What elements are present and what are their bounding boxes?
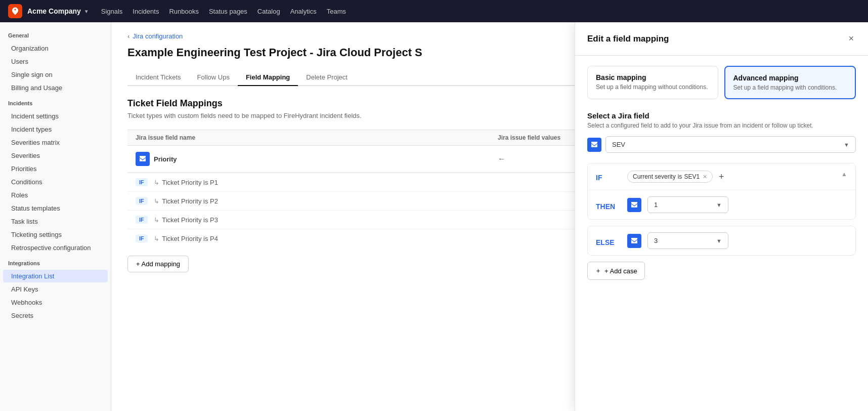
col-header-field-name: Jira issue field name bbox=[127, 130, 490, 146]
basic-mapping-desc: Set up a field mapping without condition… bbox=[596, 84, 710, 91]
close-panel-button[interactable]: × bbox=[846, 31, 856, 46]
then-keyword: THEN bbox=[596, 199, 621, 211]
if-condition-header: IF Current severity is SEV1 ✕ + ▲ bbox=[588, 163, 855, 190]
advanced-mapping-title: Advanced mapping bbox=[733, 74, 847, 82]
sidebar-integrations-title: Integrations bbox=[0, 260, 111, 269]
then-chevron-icon: ▼ bbox=[716, 202, 722, 208]
add-condition-button[interactable]: + bbox=[717, 172, 726, 182]
advanced-mapping-desc: Set up a field mapping with conditions. bbox=[733, 84, 847, 91]
then-value-select[interactable]: 1 ▼ bbox=[647, 196, 728, 213]
tab-follow-ups[interactable]: Follow Ups bbox=[189, 69, 238, 86]
tab-field-mapping[interactable]: Field Mapping bbox=[238, 69, 298, 86]
breadcrumb-parent[interactable]: Jira configuration bbox=[133, 32, 183, 40]
sidebar-item-roles[interactable]: Roles bbox=[3, 189, 108, 201]
basic-mapping-title: Basic mapping bbox=[596, 73, 710, 81]
sidebar-item-organization[interactable]: Organization bbox=[3, 42, 108, 55]
nav-analytics[interactable]: Analytics bbox=[290, 8, 317, 15]
pill-value: SEV1 bbox=[684, 173, 700, 180]
priority-label: Priority bbox=[154, 155, 177, 163]
remove-pill-button[interactable]: ✕ bbox=[703, 174, 707, 180]
sidebar-item-ticketing-settings[interactable]: Ticketing settings bbox=[3, 228, 108, 241]
then-row: THEN 1 ▼ bbox=[588, 190, 855, 219]
add-case-icon: ＋ bbox=[595, 266, 601, 275]
else-row: ELSE 3 ▼ bbox=[588, 226, 855, 255]
sidebar-item-retrospective[interactable]: Retrospective configuration bbox=[3, 241, 108, 254]
sidebar-general-title: General bbox=[0, 32, 111, 42]
sidebar-item-severities[interactable]: Severities bbox=[3, 149, 108, 162]
collapse-condition-button[interactable]: ▲ bbox=[841, 171, 847, 178]
jira-field-section-desc: Select a configured field to add to your… bbox=[587, 122, 856, 129]
else-fh-icon bbox=[627, 234, 641, 248]
sidebar-incidents-title: Incidents bbox=[0, 100, 111, 109]
sidebar-item-webhooks[interactable]: Webhooks bbox=[3, 296, 108, 309]
advanced-mapping-card[interactable]: Advanced mapping Set up a field mapping … bbox=[724, 66, 856, 99]
pill-operator: is bbox=[678, 173, 682, 180]
if-row-text-3: ↳ Ticket Priority is P4 bbox=[154, 235, 218, 242]
company-selector[interactable]: Acme Company ▼ bbox=[27, 7, 89, 15]
sidebar-item-api-keys[interactable]: API Keys bbox=[3, 283, 108, 296]
panel-title: Edit a field mapping bbox=[587, 34, 669, 44]
if-badge-3: IF bbox=[136, 234, 148, 242]
app-logo bbox=[8, 4, 22, 18]
sidebar-item-billing[interactable]: Billing and Usage bbox=[3, 81, 108, 94]
else-value: 3 bbox=[654, 237, 658, 244]
jira-field-section-title: Select a Jira field bbox=[587, 111, 856, 120]
select-chevron-icon: ▼ bbox=[844, 142, 849, 148]
condition-pills: Current severity is SEV1 ✕ + bbox=[627, 171, 835, 183]
jira-field-value: SEV bbox=[612, 141, 625, 148]
sidebar-item-status-templates[interactable]: Status templates bbox=[3, 202, 108, 215]
sidebar-item-sso[interactable]: Single sign on bbox=[3, 68, 108, 81]
then-fh-icon bbox=[627, 198, 641, 212]
fh-icon bbox=[136, 152, 150, 166]
jira-field-icon bbox=[587, 138, 601, 152]
else-condition-block: ELSE 3 ▼ bbox=[587, 226, 856, 256]
breadcrumb-arrow-icon: ‹ bbox=[127, 32, 129, 40]
sidebar-item-priorities[interactable]: Priorities bbox=[3, 162, 108, 175]
if-row-text-2: ↳ Ticket Priority is P3 bbox=[154, 216, 218, 224]
if-badge-2: IF bbox=[136, 216, 148, 224]
if-badge-0: IF bbox=[136, 178, 148, 186]
top-nav: Acme Company ▼ Signals Incidents Runbook… bbox=[0, 0, 868, 22]
else-chevron-icon: ▼ bbox=[716, 238, 722, 244]
sidebar-item-users[interactable]: Users bbox=[3, 55, 108, 68]
sidebar-item-incident-settings[interactable]: Incident settings bbox=[3, 110, 108, 122]
sidebar-item-task-lists[interactable]: Task lists bbox=[3, 215, 108, 228]
else-value-select[interactable]: 3 ▼ bbox=[647, 232, 728, 249]
nav-catalog[interactable]: Catalog bbox=[257, 8, 280, 15]
panel-body: Basic mapping Set up a field mapping wit… bbox=[575, 56, 868, 411]
add-case-button[interactable]: ＋ + Add case bbox=[587, 262, 645, 280]
edit-field-mapping-panel: Edit a field mapping × Basic mapping Set… bbox=[575, 22, 868, 411]
sidebar-item-severities-matrix[interactable]: Severities matrix bbox=[3, 136, 108, 149]
if-row-text-1: ↳ Ticket Priority is P2 bbox=[154, 197, 218, 205]
nav-incidents[interactable]: Incidents bbox=[133, 8, 159, 15]
if-badge-1: IF bbox=[136, 197, 148, 205]
nav-runbooks[interactable]: Runbooks bbox=[169, 8, 199, 15]
sidebar-item-integration-list[interactable]: Integration List bbox=[3, 270, 108, 282]
nav-links: Signals Incidents Runbooks Status pages … bbox=[101, 8, 346, 15]
sidebar-item-secrets[interactable]: Secrets bbox=[3, 309, 108, 322]
if-condition-block: IF Current severity is SEV1 ✕ + ▲ bbox=[587, 163, 856, 220]
nav-status-pages[interactable]: Status pages bbox=[209, 8, 247, 15]
pill-label: Current severity bbox=[633, 173, 676, 180]
add-mapping-label: + Add mapping bbox=[136, 260, 180, 268]
panel-header: Edit a field mapping × bbox=[575, 22, 868, 56]
add-case-label: + Add case bbox=[604, 267, 637, 275]
arrow-left-icon: ← bbox=[498, 154, 506, 163]
basic-mapping-card[interactable]: Basic mapping Set up a field mapping wit… bbox=[587, 66, 718, 99]
sidebar-item-incident-types[interactable]: Incident types bbox=[3, 123, 108, 136]
if-keyword: IF bbox=[596, 171, 621, 182]
company-chevron-icon: ▼ bbox=[84, 9, 89, 14]
if-row-text-0: ↳ Ticket Priority is P1 bbox=[154, 179, 218, 186]
tab-delete-project[interactable]: Delete Project bbox=[298, 69, 356, 86]
condition-pill-severity: Current severity is SEV1 ✕ bbox=[627, 171, 713, 183]
nav-teams[interactable]: Teams bbox=[327, 8, 346, 15]
add-mapping-button[interactable]: + Add mapping bbox=[127, 256, 189, 272]
main-content: ‹ Jira configuration Example Engineering… bbox=[111, 22, 868, 411]
sidebar-item-conditions[interactable]: Conditions bbox=[3, 176, 108, 188]
then-value: 1 bbox=[654, 201, 658, 209]
nav-signals[interactable]: Signals bbox=[101, 8, 123, 15]
jira-field-select[interactable]: SEV ▼ bbox=[605, 136, 856, 153]
priority-cell: Priority bbox=[136, 152, 482, 166]
else-keyword: ELSE bbox=[596, 235, 621, 246]
tab-incident-tickets[interactable]: Incident Tickets bbox=[127, 69, 189, 86]
